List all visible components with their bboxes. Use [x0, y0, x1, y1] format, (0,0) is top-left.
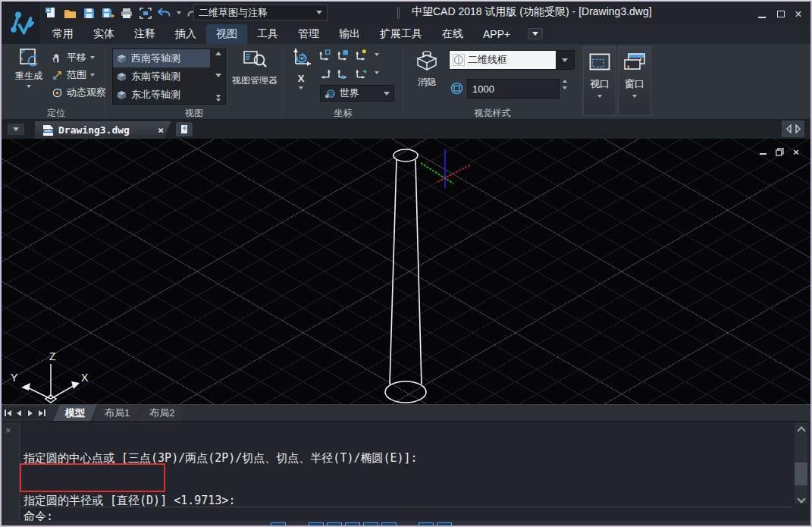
app-logo[interactable] — [2, 2, 39, 44]
viewport-panel-label: 视口 — [590, 77, 610, 91]
print-icon[interactable] — [120, 6, 133, 20]
view-item-sw-isometric[interactable]: 西南等轴测 — [113, 49, 210, 67]
chevron-down-icon — [562, 58, 568, 62]
new-file-icon[interactable] — [44, 6, 58, 20]
visual-style-dropdown[interactable] — [556, 58, 574, 62]
scroll-down-icon[interactable] — [215, 74, 221, 77]
scroll-up-icon[interactable] — [215, 52, 221, 55]
hide-3d-box-icon — [415, 49, 438, 71]
view-item-ne-isometric[interactable]: 东北等轴测 — [113, 86, 210, 104]
undo-dropdown-icon[interactable] — [177, 11, 181, 14]
ucs-z-label: Z — [49, 350, 56, 362]
undo-icon[interactable] — [158, 6, 171, 20]
lod-spinner[interactable] — [563, 80, 567, 89]
ucs-row1-dropdown-icon[interactable] — [375, 53, 379, 56]
status-toggle-button[interactable] — [345, 522, 360, 527]
close-button[interactable]: × — [792, 8, 805, 20]
regen-icon — [17, 47, 40, 70]
save-as-icon[interactable] — [101, 6, 114, 20]
ucs-row2-dropdown-icon[interactable] — [375, 71, 379, 74]
doc-tab-menu-button[interactable] — [8, 124, 24, 135]
ucs-x-rotate-button[interactable]: x X — [287, 47, 315, 89]
command-line-area[interactable]: × 指定圆的中心点或 [三点(3P)/两点(2P)/切点、切点、半径(T)/椭圆… — [2, 421, 810, 522]
orbit-button[interactable]: 动态观察 — [52, 85, 106, 100]
last-icon — [39, 410, 43, 416]
window-panel-button[interactable]: 窗口 — [618, 46, 651, 116]
first-layout-button[interactable] — [2, 407, 13, 419]
ucs-face-icon[interactable] — [337, 49, 350, 61]
panel-label-positioning: 定位 — [8, 106, 105, 120]
ribbon-tab-manage[interactable]: 管理 — [288, 24, 329, 44]
view-item-se-isometric[interactable]: 东南等轴测 — [113, 67, 210, 86]
layout-tab-model[interactable]: 模型 — [53, 405, 97, 422]
scroll-right-icon — [795, 124, 801, 133]
spinner-up-icon — [563, 80, 567, 83]
workspace-selector[interactable]: 二维草图与注释 — [193, 5, 328, 20]
titlebar-separator — [397, 7, 400, 19]
chevron-down-icon — [13, 127, 19, 131]
zoom-extents-icon — [52, 70, 63, 81]
scrollbar-thumb[interactable] — [795, 463, 807, 485]
drawing-viewport[interactable]: × Z — [2, 139, 810, 404]
ribbon-tab-annotate[interactable]: 注释 — [124, 24, 165, 44]
command-close-icon[interactable]: × — [5, 425, 11, 436]
document-tab-close-icon[interactable]: × — [158, 124, 164, 136]
status-toggle-button[interactable] — [381, 522, 397, 527]
ribbon-tab-output[interactable]: 输出 — [329, 24, 370, 44]
view-manager-button[interactable]: 视图管理器 — [229, 49, 281, 87]
layout-tab-layout2[interactable]: 布局2 — [137, 405, 187, 422]
status-toggle-button[interactable] — [327, 522, 342, 527]
visual-style-field: 二维线框 — [450, 51, 556, 69]
dwg-file-icon: DWG — [42, 124, 54, 136]
maximize-button[interactable] — [774, 8, 788, 20]
ucs-object-icon[interactable] — [355, 49, 368, 61]
orbit-icon — [52, 87, 63, 99]
ribbon-tab-tools[interactable]: 工具 — [247, 24, 288, 44]
pan-button[interactable]: 平移 — [52, 50, 95, 65]
window-panel-label: 窗口 — [625, 77, 644, 91]
zoom-object-icon[interactable] — [139, 6, 152, 20]
command-divider — [20, 507, 792, 507]
lod-value-input[interactable] — [467, 79, 560, 99]
svg-text:x: x — [301, 55, 303, 60]
scroll-down-icon[interactable] — [797, 494, 805, 503]
ribbon-tab-view[interactable]: 视图 — [206, 24, 247, 44]
ribbon-tab-express[interactable]: 扩展工具 — [370, 24, 432, 44]
hide-button[interactable]: 消隐 — [409, 49, 444, 89]
command-scrollbar[interactable] — [795, 423, 807, 503]
inbox-button[interactable] — [528, 28, 543, 39]
open-folder-icon[interactable] — [63, 6, 77, 20]
regen-button[interactable]: 重生成 — [11, 47, 47, 88]
ucs-previous-icon[interactable] — [318, 67, 331, 80]
layout-tab-layout1[interactable]: 布局1 — [92, 405, 142, 422]
status-toggle-button[interactable] — [363, 522, 378, 527]
document-tab-drawing3[interactable]: DWG Drawing3.dwg × — [35, 121, 171, 139]
ucs-origin-icon[interactable] — [318, 49, 331, 61]
ucs-view-icon[interactable] — [355, 67, 368, 80]
last-layout-button[interactable] — [36, 407, 47, 419]
ribbon-tab-solid[interactable]: 实体 — [83, 24, 124, 44]
ribbon-tab-app-plus[interactable]: APP+ — [473, 24, 520, 44]
ribbon-tab-home[interactable]: 常用 — [42, 24, 83, 44]
ucs-z-axis-icon[interactable] — [337, 67, 350, 80]
viewport-panel-button[interactable]: 视口 — [583, 46, 616, 116]
scroll-end-icon[interactable] — [216, 95, 221, 102]
doc-tab-scroll-buttons[interactable] — [782, 121, 804, 137]
save-icon[interactable] — [82, 6, 96, 20]
pan-dropdown-icon — [90, 56, 95, 59]
zoom-extents-button[interactable]: 范围 — [52, 67, 95, 83]
next-layout-button[interactable] — [25, 407, 36, 419]
ribbon-tab-insert[interactable]: 插入 — [165, 24, 206, 44]
visual-style-combo[interactable]: 二维线框 — [449, 50, 575, 70]
status-toggle-button[interactable] — [271, 522, 286, 527]
minimize-button[interactable] — [755, 8, 769, 20]
status-toggle-button[interactable] — [419, 522, 434, 527]
ribbon-tab-row: 常用 实体 注释 插入 视图 工具 管理 输出 扩展工具 在线 APP+ — [42, 24, 543, 44]
ucs-world-combo[interactable]: 世界 — [320, 85, 394, 102]
new-document-tab-button[interactable] — [176, 122, 193, 136]
prev-layout-button[interactable] — [14, 407, 24, 419]
ribbon-tab-online[interactable]: 在线 — [432, 24, 473, 44]
scroll-up-icon[interactable] — [797, 426, 805, 434]
status-toggle-button[interactable] — [437, 522, 452, 527]
status-toggle-button[interactable] — [309, 522, 324, 527]
